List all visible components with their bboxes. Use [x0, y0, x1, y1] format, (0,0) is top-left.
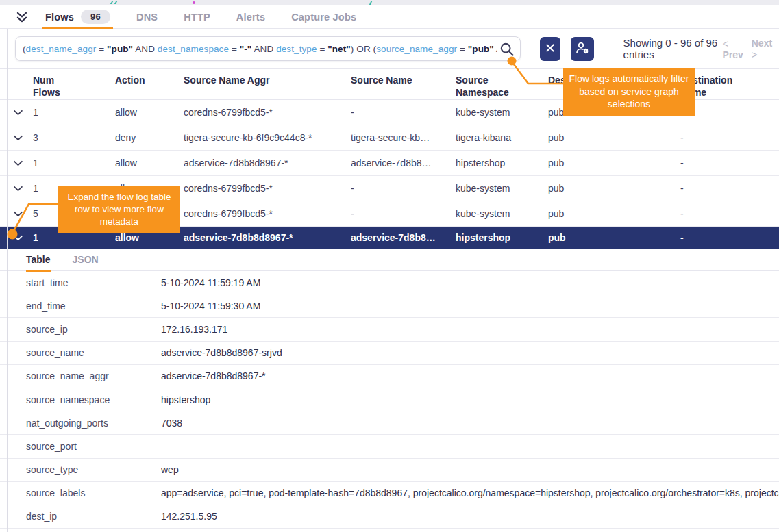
- log-type-tabbar: Flows96DNSHTTPAlertsCapture Jobs: [0, 5, 779, 29]
- detail-field-row: source_ip172.16.193.171: [0, 318, 779, 341]
- flow-query-text[interactable]: (dest_name_aggr = "pub" AND dest_namespa…: [23, 44, 497, 54]
- clear-filter-button[interactable]: [540, 37, 560, 61]
- query-segment: dest_namespace: [158, 44, 229, 54]
- cell-destination-name: -: [680, 107, 779, 118]
- detail-field-row: end_time5-10-2024 11:59:30 AM: [0, 294, 779, 318]
- cell-source-name-aggr: adservice-7d8b8d8967-*: [184, 232, 351, 243]
- tab-http[interactable]: HTTP: [181, 5, 213, 29]
- cell-num-flows: 3: [33, 132, 115, 143]
- close-icon: [545, 43, 555, 55]
- flow-logs-panel: Flows96DNSHTTPAlertsCapture Jobs (dest_n…: [0, 0, 779, 532]
- query-segment: =: [457, 44, 468, 54]
- cell-action: allow: [115, 157, 184, 168]
- column-header: Source Namespace: [456, 75, 520, 99]
- column-header: Num Flows: [33, 75, 69, 99]
- graph-edge-fragment: [110, 1, 117, 4]
- user-settings-button[interactable]: [571, 37, 593, 61]
- field-key: dest_ip: [26, 511, 161, 522]
- row-expand-chevron-icon[interactable]: [14, 135, 33, 141]
- search-icon[interactable]: [499, 42, 515, 57]
- detail-field-row: source_nameadservice-7d8b8d8967-srjvd: [0, 342, 779, 365]
- detail-field-row: start_time5-10-2024 11:59:19 AM: [0, 271, 779, 294]
- cell-source-namespace: kube-system: [456, 208, 548, 219]
- detail-field-row: source_name_aggradservice-7d8b8d8967-*: [0, 365, 779, 388]
- cell-source-name: adservice-7d8b8…: [351, 232, 456, 243]
- column-header: Action: [115, 75, 184, 87]
- field-value: 172.16.193.171: [161, 324, 779, 335]
- flows-count-badge: 96: [81, 10, 110, 24]
- query-segment: AND: [494, 44, 497, 54]
- detail-field-row: source_labelsapp=adservice, pci=true, po…: [0, 482, 779, 505]
- row-expand-chevron-icon[interactable]: [14, 235, 33, 241]
- detail-tab-table[interactable]: Table: [26, 249, 51, 271]
- field-key: source_port: [26, 441, 161, 452]
- row-expand-chevron-icon[interactable]: [14, 110, 33, 116]
- cell-num-flows: 1: [33, 107, 115, 118]
- entries-count-text: Showing 0 - 96 of 96 entries: [623, 37, 723, 60]
- query-segment: "-": [240, 44, 252, 54]
- cell-source-namespace: kube-system: [456, 107, 548, 118]
- prev-page-button[interactable]: < Prev: [723, 38, 745, 60]
- tab-label: Alerts: [236, 12, 265, 23]
- field-value: 5-10-2024 11:59:19 AM: [161, 277, 779, 288]
- field-key: source_namespace: [26, 394, 161, 405]
- cell-action: allow: [115, 107, 184, 118]
- tab-label: Capture Jobs: [291, 12, 356, 23]
- flow-row[interactable]: 1allowadservice-7d8b8d8967-*adservice-7d…: [0, 151, 779, 176]
- query-segment: dest_type: [276, 44, 317, 54]
- cell-source-namespace: hipstershop: [456, 157, 548, 168]
- detail-field-row: dest_ip142.251.5.95: [0, 505, 779, 529]
- detail-tab-json[interactable]: JSON: [73, 249, 99, 271]
- detail-field-row: source_port: [0, 435, 779, 458]
- cell-destination-name: -: [680, 183, 779, 194]
- tab-capture-jobs[interactable]: Capture Jobs: [288, 5, 359, 29]
- chevron-right-icon: >: [752, 49, 758, 60]
- chevron-left-icon: <: [723, 38, 729, 49]
- row-expand-chevron-icon[interactable]: [14, 160, 33, 166]
- field-key: source_type: [26, 464, 161, 475]
- field-key: source_name: [26, 347, 161, 358]
- tab-label: Flows: [45, 12, 74, 23]
- cell-source-namespace: kube-system: [456, 183, 548, 194]
- column-header: Source Name Aggr: [184, 75, 351, 87]
- cell-source-namespace: tigera-kibana: [456, 132, 548, 143]
- cell-source-name-aggr: tigera-secure-kb-6f9c9c44c8-*: [184, 132, 351, 143]
- field-value: hipstershop: [161, 394, 779, 405]
- flow-row[interactable]: 3denytigera-secure-kb-6f9c9c44c8-*tigera…: [0, 125, 779, 151]
- cell-source-name: tigera-secure-kb…: [351, 132, 456, 143]
- tab-dns[interactable]: DNS: [134, 5, 160, 29]
- next-page-button[interactable]: Next >: [752, 38, 774, 60]
- cell-dest-name-aggr: pub: [548, 208, 680, 219]
- flow-query-input[interactable]: (dest_name_aggr = "pub" AND dest_namespa…: [15, 36, 521, 61]
- tab-flows[interactable]: Flows96: [42, 5, 113, 29]
- flow-detail-tabbar: TableJSON: [0, 249, 779, 271]
- row-expand-chevron-icon[interactable]: [14, 186, 33, 192]
- tab-label: HTTP: [184, 12, 210, 23]
- query-segment: "pub": [468, 44, 494, 54]
- detail-field-row: source_typewep: [0, 459, 779, 482]
- cell-source-name: -: [351, 183, 456, 194]
- field-key: start_time: [26, 277, 161, 288]
- graph-edge-fragment: [369, 1, 372, 5]
- cell-source-name: -: [351, 208, 456, 219]
- cell-destination-name: -: [680, 232, 779, 243]
- row-expand-chevron-icon[interactable]: [14, 211, 33, 217]
- cell-num-flows: 1: [33, 157, 115, 168]
- query-segment: AND: [133, 44, 158, 54]
- cell-destination-name: -: [680, 157, 779, 168]
- cell-num-flows: 1: [33, 232, 115, 243]
- cell-source-name-aggr: coredns-6799fbcd5-*: [184, 208, 351, 219]
- detail-field-row: nat_outgoing_ports7038: [0, 411, 779, 435]
- field-value: wep: [161, 464, 779, 475]
- tab-alerts[interactable]: Alerts: [234, 5, 268, 29]
- field-value: 5-10-2024 11:59:30 AM: [161, 301, 779, 312]
- search-filter-callout: Flow logs automatically filter based on …: [563, 68, 695, 116]
- query-segment: AND: [251, 44, 276, 54]
- field-value: adservice-7d8b8d8967-*: [161, 370, 779, 381]
- expand-row-callout: Expand the flow log table row to view mo…: [58, 186, 180, 233]
- query-segment: source_name_aggr: [376, 44, 457, 54]
- double-chevron-down-icon[interactable]: [14, 9, 30, 25]
- cell-source-name: -: [351, 107, 456, 118]
- field-key: source_name_aggr: [26, 370, 161, 381]
- service-graph-sliver: [0, 0, 779, 5]
